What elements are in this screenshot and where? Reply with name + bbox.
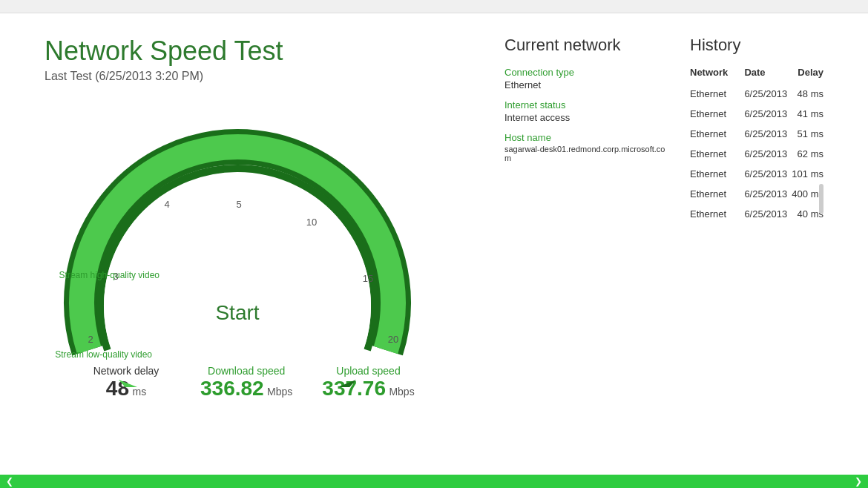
host-name-value: sagarwal-desk01.redmond.corp.microsoft.c…: [504, 145, 668, 162]
history-row: Ethernet 6/25/2013 41 ms: [690, 104, 823, 124]
upload-speed-unit: Mbps: [389, 386, 414, 398]
scrollbar[interactable]: [819, 184, 823, 214]
history-network: Ethernet: [690, 84, 744, 104]
download-speed-unit: Mbps: [267, 386, 292, 398]
last-test-label: Last Test (6/25/2013 3:20 PM): [45, 70, 490, 83]
history-network: Ethernet: [690, 184, 744, 204]
svg-text:4: 4: [164, 199, 169, 210]
start-button[interactable]: Start: [215, 301, 259, 325]
app-title: Network Speed Test: [45, 36, 490, 67]
svg-text:20: 20: [388, 334, 398, 345]
left-panel: Network Speed Test Last Test (6/25/2013 …: [45, 36, 490, 460]
history-row: Ethernet 6/25/2013 101 ms: [690, 164, 823, 184]
right-panels: Current network Connection type Ethernet…: [490, 36, 823, 460]
main-content: Network Speed Test Last Test (6/25/2013 …: [0, 13, 868, 475]
history-row: Ethernet 6/25/2013 51 ms: [690, 124, 823, 144]
history-network: Ethernet: [690, 144, 744, 164]
network-delay-unit: ms: [132, 386, 146, 398]
svg-text:Stream high-quality video: Stream high-quality video: [59, 270, 160, 280]
history-title: History: [690, 36, 823, 55]
history-date: 6/25/2013: [744, 144, 789, 164]
history-network: Ethernet: [690, 104, 744, 124]
gauge-container: 5 10 15 20 30 40 50 4 3 2: [45, 98, 430, 380]
history-date: 6/25/2013: [744, 84, 789, 104]
col-delay: Delay: [790, 67, 823, 84]
top-bar: [0, 0, 868, 13]
history-row: Ethernet 6/25/2013 40 ms: [690, 204, 823, 224]
internet-status-value: Internet access: [504, 112, 668, 123]
history-date: 6/25/2013: [744, 124, 789, 144]
history-delay: 101 ms: [790, 164, 823, 184]
history-network: Ethernet: [690, 164, 744, 184]
connection-type-label: Connection type: [504, 67, 668, 78]
history-delay: 41 ms: [790, 104, 823, 124]
left-arrow-icon[interactable]: ❮: [6, 476, 13, 487]
col-date: Date: [744, 67, 789, 84]
history-network: Ethernet: [690, 204, 744, 224]
history-network: Ethernet: [690, 124, 744, 144]
history-panel: History Network Date Delay Ethernet 6/25…: [690, 36, 823, 460]
bottom-bar: ❮ ❯: [0, 475, 868, 488]
connection-type-value: Ethernet: [504, 79, 668, 90]
history-date: 6/25/2013: [744, 104, 789, 124]
svg-text:2: 2: [88, 334, 93, 345]
current-network-panel: Current network Connection type Ethernet…: [504, 36, 668, 460]
history-row: Ethernet 6/25/2013 400 ms: [690, 184, 823, 204]
svg-text:10: 10: [306, 217, 317, 228]
svg-text:Stream low-quality video: Stream low-quality video: [55, 349, 152, 360]
history-row: Ethernet 6/25/2013 62 ms: [690, 144, 823, 164]
history-table: Network Date Delay Ethernet 6/25/2013 48…: [690, 67, 823, 224]
svg-text:5: 5: [236, 199, 241, 210]
history-delay: 62 ms: [790, 144, 823, 164]
current-network-title: Current network: [504, 36, 668, 55]
col-network: Network: [690, 67, 744, 84]
history-delay: 48 ms: [790, 84, 823, 104]
history-row: Ethernet 6/25/2013 48 ms: [690, 84, 823, 104]
gauge-svg: 5 10 15 20 30 40 50 4 3 2: [45, 98, 430, 387]
history-date: 6/25/2013: [744, 204, 789, 224]
history-date: 6/25/2013: [744, 184, 789, 204]
svg-text:15: 15: [363, 273, 373, 284]
right-arrow-icon[interactable]: ❯: [855, 476, 862, 487]
history-date: 6/25/2013: [744, 164, 789, 184]
internet-status-label: Internet status: [504, 99, 668, 111]
host-name-label: Host name: [504, 132, 668, 143]
history-delay: 51 ms: [790, 124, 823, 144]
